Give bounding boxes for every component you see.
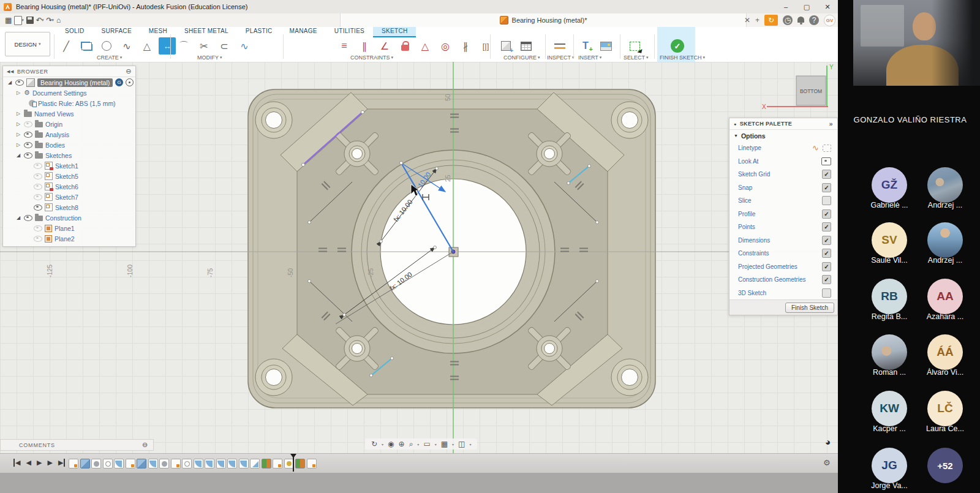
timeline-feature-icon[interactable]: [273, 459, 282, 469]
browser-row-plane2[interactable]: Plane2: [3, 233, 135, 244]
modify-group-label[interactable]: MODIFY▾: [197, 55, 222, 61]
participant-avatar[interactable]: LČ: [927, 391, 963, 426]
maximize-button[interactable]: ▢: [796, 1, 817, 13]
dimension-tool-icon[interactable]: ↔: [159, 37, 176, 55]
data-panel-icon[interactable]: ▦: [5, 15, 12, 26]
rectangle-tool-icon[interactable]: [78, 37, 95, 55]
visibility-eye-icon[interactable]: [34, 236, 42, 242]
user-avatar[interactable]: GV: [824, 15, 835, 26]
visibility-eye-icon[interactable]: [24, 215, 32, 221]
browser-row-plastic-rule[interactable]: Plastic Rule: ABS (1,5 mm): [3, 98, 135, 108]
comments-bar[interactable]: COMMENTS ⊖: [0, 439, 154, 451]
insert-canvas-icon[interactable]: [597, 37, 614, 55]
visibility-eye-icon[interactable]: [24, 121, 32, 127]
job-status-icon[interactable]: ↻: [764, 15, 778, 26]
participant-avatar[interactable]: RB: [872, 279, 907, 314]
linetype-dashed-icon[interactable]: [823, 145, 831, 152]
visibility-eye-icon[interactable]: [34, 225, 42, 231]
grid-layout-icon[interactable]: ▦: [441, 440, 448, 448]
file-menu-icon[interactable]: ▾: [14, 15, 24, 26]
help-icon[interactable]: ?: [809, 15, 819, 25]
browser-row-sketch5[interactable]: Sketch5: [3, 171, 135, 181]
timeline-feature-icon[interactable]: [307, 459, 317, 469]
browser-row-origin[interactable]: ▷Origin: [3, 119, 135, 129]
insert-group-label[interactable]: INSERT▾: [578, 55, 601, 61]
zoom-icon[interactable]: ⌕: [409, 440, 413, 448]
timeline-feature-icon[interactable]: [227, 459, 237, 469]
circle-tool-icon[interactable]: [98, 37, 115, 55]
participant-avatar[interactable]: AA: [927, 279, 963, 314]
browser-row-construction[interactable]: ◢Construction: [3, 213, 135, 223]
horizontal-vertical-constraint-icon[interactable]: ≡: [336, 37, 353, 55]
model-canvas[interactable]: -125 -100 -75 -50 -25 50 25: [0, 62, 838, 453]
browser-row-analysis[interactable]: ▷Analysis: [3, 129, 135, 140]
timeline-feature-icon[interactable]: [182, 459, 192, 469]
redo-icon[interactable]: ↷▾: [46, 15, 54, 26]
visibility-eye-icon[interactable]: [24, 142, 32, 148]
browser-row-bodies[interactable]: ▷Bodies: [3, 140, 135, 150]
parallel-constraint-icon[interactable]: ∥: [356, 37, 373, 55]
look-at-nav-icon[interactable]: ◉: [388, 440, 394, 448]
configure-group-label[interactable]: CONFIGURE▾: [503, 55, 540, 61]
tab-manage[interactable]: MANAGE: [281, 27, 326, 37]
timeline-feature-icon[interactable]: [69, 459, 78, 469]
construction-geometries-checkbox[interactable]: [822, 275, 831, 284]
timeline-feature-icon[interactable]: [262, 459, 271, 469]
snap-checkbox[interactable]: [822, 183, 831, 192]
timeline-feature-icon[interactable]: [114, 459, 124, 469]
polygon-constraint-icon[interactable]: △: [417, 37, 434, 55]
visibility-eye-icon[interactable]: [34, 205, 42, 211]
browser-row-sketch6[interactable]: Sketch6: [3, 181, 135, 192]
participant-avatar[interactable]: [927, 222, 963, 258]
3d-sketch-checkbox[interactable]: [822, 288, 831, 298]
undo-icon[interactable]: ↶▾: [36, 15, 44, 26]
document-tab[interactable]: Bearing Housing (metal)*: [340, 13, 747, 27]
line-tool-icon[interactable]: ╱: [58, 37, 75, 55]
timeline-feature-icon[interactable]: [91, 459, 101, 469]
mirror-tool-icon[interactable]: △: [138, 37, 156, 55]
concentric-constraint-icon[interactable]: ◎: [437, 37, 454, 55]
step-forward-icon[interactable]: ▶: [47, 459, 52, 467]
timeline-feature-icon[interactable]: [80, 459, 90, 469]
tangent-constraint-icon[interactable]: ∠: [376, 37, 393, 55]
timeline-feature-icon[interactable]: [171, 459, 181, 469]
timeline-feature-icon[interactable]: [250, 459, 260, 469]
sketch-grid-checkbox[interactable]: [822, 170, 831, 179]
pan-icon[interactable]: ⊕: [399, 440, 405, 448]
collapse-panel-icon[interactable]: ◀◀: [7, 69, 14, 74]
browser-row-document-settings[interactable]: ▷⚙Document Settings: [3, 88, 135, 98]
select-tool-icon[interactable]: [626, 37, 643, 55]
save-icon[interactable]: [26, 15, 34, 26]
participant-overflow-count[interactable]: +52: [927, 448, 963, 483]
go-to-start-icon[interactable]: ◀: [13, 459, 20, 467]
timeline-feature-icon[interactable]: [126, 459, 135, 469]
configure-table-icon[interactable]: [518, 37, 535, 55]
midpoint-constraint-icon[interactable]: [|]: [477, 37, 494, 55]
timeline-feature-icon[interactable]: [137, 459, 146, 469]
constraints-group-label[interactable]: CONSTRAINTS▾: [350, 55, 393, 61]
browser-root-row[interactable]: ◢ Bearing Housing (metal) G: [3, 77, 135, 88]
profile-checkbox[interactable]: [822, 209, 831, 219]
participant-avatar[interactable]: GŽ: [872, 167, 907, 203]
browser-row-plane1[interactable]: Plane1: [3, 223, 135, 233]
participant-avatar[interactable]: [872, 334, 907, 370]
visibility-eye-icon[interactable]: [34, 163, 42, 169]
options-section-header[interactable]: ▼Options: [729, 130, 837, 141]
participant-avatar[interactable]: [927, 167, 963, 203]
browser-row-named-views[interactable]: ▷Named Views: [3, 108, 135, 119]
timeline-feature-icon[interactable]: [295, 459, 305, 469]
symmetry-constraint-icon[interactable]: ∦: [457, 37, 474, 55]
timeline-feature-icon[interactable]: [239, 459, 249, 469]
participant-avatar[interactable]: ÁÁ: [927, 334, 963, 370]
participant-avatar[interactable]: JG: [872, 448, 907, 483]
home-icon[interactable]: ⌂: [56, 15, 61, 26]
projected-geometries-checkbox[interactable]: [822, 262, 831, 271]
linetype-spline-icon[interactable]: ∿: [812, 143, 819, 152]
new-tab-icon[interactable]: +: [755, 16, 760, 24]
finish-sketch-button[interactable]: Finish Sketch: [785, 303, 834, 313]
configure-box-icon[interactable]: [497, 37, 514, 55]
fillet-tool-icon[interactable]: ⌒: [175, 37, 192, 55]
palette-collapse-icon[interactable]: »: [829, 120, 833, 127]
fix-lock-constraint-icon[interactable]: [396, 37, 413, 55]
inspect-group-label[interactable]: INSPECT▾: [547, 55, 575, 61]
